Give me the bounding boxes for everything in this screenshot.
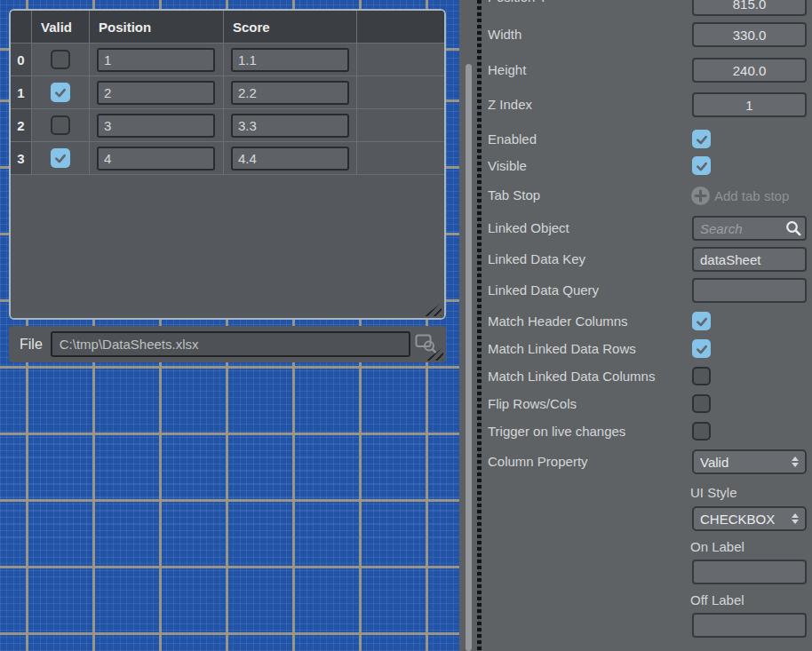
visible-label: Visible	[488, 156, 527, 175]
spinner-arrows-icon	[792, 456, 799, 467]
canvas-scrollbar-thumb[interactable]	[466, 64, 472, 651]
position-cell	[90, 76, 224, 109]
design-canvas[interactable]: Valid Position Score 0 1	[0, 0, 459, 651]
position-cell	[90, 44, 224, 76]
row-index: 3	[11, 142, 32, 175]
file-path-input[interactable]	[51, 331, 410, 357]
row-index: 2	[11, 109, 32, 142]
position-y-input[interactable]	[692, 0, 807, 16]
match-linked-data-columns-label: Match Linked Data Columns	[488, 367, 655, 385]
add-tab-stop-icon[interactable]	[691, 187, 710, 205]
table-row: 3	[11, 142, 444, 175]
score-cell	[224, 142, 357, 175]
column-property-select[interactable]: Valid	[692, 449, 807, 474]
position-input[interactable]	[97, 147, 215, 171]
linked-data-key-input[interactable]	[692, 247, 807, 272]
extra-cell	[357, 142, 444, 175]
check-icon	[696, 315, 708, 328]
score-input[interactable]	[231, 48, 349, 72]
match-linked-data-rows-checkbox[interactable]	[692, 339, 711, 358]
ui-style-label: UI Style	[690, 484, 737, 502]
score-input[interactable]	[231, 114, 349, 138]
linked-object-label: Linked Object	[488, 216, 569, 241]
score-cell	[224, 109, 357, 142]
table-row: 0	[11, 44, 444, 76]
position-cell	[90, 142, 224, 175]
table-empty-area	[11, 175, 444, 318]
score-cell	[224, 44, 357, 76]
header-cell-position: Position	[90, 11, 224, 44]
valid-cell	[32, 142, 90, 175]
table-header-row: Valid Position Score	[11, 11, 444, 44]
on-label-input[interactable]	[692, 560, 807, 584]
position-cell	[90, 109, 224, 142]
flip-rows-cols-checkbox[interactable]	[692, 394, 711, 413]
check-icon	[54, 86, 67, 99]
valid-cell	[32, 109, 90, 142]
file-label: File	[20, 337, 43, 353]
properties-panel: Position Y Width Height Z Index Enabled …	[482, 0, 812, 651]
position-input[interactable]	[97, 48, 215, 72]
check-icon	[696, 343, 708, 355]
ui-style-select[interactable]: CHECKBOX	[692, 506, 807, 531]
off-label-label: Off Label	[690, 591, 744, 609]
header-cell-rownum	[11, 11, 32, 44]
add-tab-stop-button[interactable]: Add tab stop	[714, 187, 789, 205]
flip-rows-cols-label: Flip Rows/Cols	[488, 394, 577, 413]
width-label: Width	[488, 22, 521, 47]
search-icon	[785, 220, 801, 236]
tab-stop-label: Tab Stop	[488, 186, 540, 204]
z-index-input[interactable]	[692, 92, 807, 117]
spinner-arrows-icon	[792, 513, 799, 524]
visible-checkbox[interactable]	[692, 156, 711, 175]
linked-data-query-label: Linked Data Query	[488, 278, 599, 303]
z-index-label: Z Index	[488, 92, 532, 117]
linked-data-key-label: Linked Data Key	[488, 247, 585, 272]
match-header-columns-label: Match Header Columns	[488, 312, 628, 330]
width-input[interactable]	[692, 22, 807, 47]
table-row: 1	[11, 76, 444, 109]
extra-cell	[357, 109, 444, 142]
row-index: 0	[11, 44, 32, 76]
position-y-label: Position Y	[488, 0, 547, 6]
row-index: 1	[11, 76, 32, 109]
check-icon	[54, 152, 67, 164]
valid-checkbox[interactable]	[51, 83, 70, 102]
score-input[interactable]	[231, 147, 349, 171]
valid-checkbox[interactable]	[51, 148, 70, 168]
trigger-on-live-changes-checkbox[interactable]	[692, 422, 711, 441]
extra-cell	[357, 44, 444, 76]
valid-checkbox[interactable]	[51, 115, 70, 135]
table-row: 2	[11, 109, 444, 142]
off-label-input[interactable]	[692, 613, 807, 638]
header-cell-valid: Valid	[32, 11, 90, 44]
valid-checkbox[interactable]	[51, 50, 70, 69]
file-picker-widget[interactable]: File	[9, 326, 446, 362]
height-label: Height	[488, 58, 526, 83]
score-cell	[224, 76, 357, 109]
ui-style-value: CHECKBOX	[700, 512, 775, 527]
data-table-widget[interactable]: Valid Position Score 0 1	[9, 9, 446, 320]
header-cell-extra	[357, 11, 444, 44]
match-linked-data-rows-label: Match Linked Data Rows	[488, 339, 636, 358]
column-property-value: Valid	[700, 455, 728, 470]
canvas-scrollbar-track[interactable]	[459, 0, 477, 651]
position-input[interactable]	[97, 114, 215, 138]
position-input[interactable]	[97, 81, 215, 105]
check-icon	[696, 133, 708, 146]
match-header-columns-checkbox[interactable]	[692, 312, 711, 330]
check-icon	[696, 160, 708, 172]
match-linked-data-columns-checkbox[interactable]	[692, 367, 711, 385]
score-input[interactable]	[231, 81, 349, 105]
height-input[interactable]	[692, 58, 807, 83]
enabled-checkbox[interactable]	[692, 130, 711, 148]
column-property-label: Column Property	[488, 449, 588, 474]
valid-cell	[32, 76, 90, 109]
trigger-on-live-changes-label: Trigger on live changes	[488, 422, 625, 441]
on-label-label: On Label	[690, 538, 744, 556]
header-cell-score: Score	[224, 11, 357, 44]
enabled-label: Enabled	[488, 130, 537, 148]
browse-file-icon[interactable]	[414, 332, 439, 355]
linked-data-query-input[interactable]	[692, 278, 807, 303]
extra-cell	[357, 76, 444, 109]
